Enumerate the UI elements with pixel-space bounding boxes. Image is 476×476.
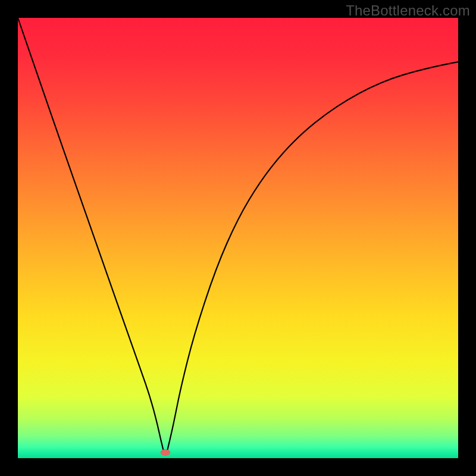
watermark: TheBottleneck.com	[346, 2, 470, 19]
plot-svg	[18, 18, 458, 458]
gradient-bg	[18, 18, 458, 458]
optimum-marker	[161, 449, 170, 455]
chart-frame: TheBottleneck.com	[0, 0, 476, 476]
plot-area	[18, 18, 458, 458]
